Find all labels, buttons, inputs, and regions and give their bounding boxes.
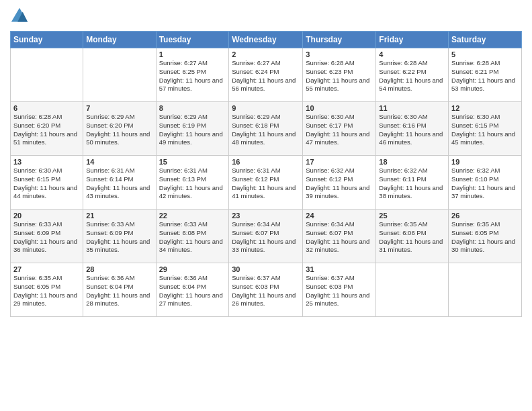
day-number: 10 bbox=[306, 104, 373, 112]
day-number: 29 bbox=[159, 265, 226, 273]
calendar-cell bbox=[83, 48, 156, 102]
day-number: 1 bbox=[159, 50, 226, 58]
day-number: 2 bbox=[232, 50, 300, 58]
page: Sunday Monday Tuesday Wednesday Thursday… bbox=[0, 0, 532, 411]
calendar-week-4: 20Sunrise: 6:33 AMSunset: 6:09 PMDayligh… bbox=[11, 210, 522, 263]
days-of-week-row: Sunday Monday Tuesday Wednesday Thursday… bbox=[11, 32, 522, 48]
calendar-cell: 4Sunrise: 6:28 AMSunset: 6:22 PMDaylight… bbox=[376, 48, 449, 102]
header-sunday: Sunday bbox=[11, 32, 83, 48]
header-saturday: Saturday bbox=[449, 32, 522, 48]
day-info: Sunrise: 6:28 AMSunset: 6:22 PMDaylight:… bbox=[379, 59, 445, 93]
day-info: Sunrise: 6:33 AMSunset: 6:09 PMDaylight:… bbox=[13, 220, 80, 255]
day-number: 13 bbox=[13, 158, 80, 166]
day-number: 9 bbox=[232, 104, 300, 112]
day-info: Sunrise: 6:32 AMSunset: 6:11 PMDaylight:… bbox=[379, 167, 445, 201]
day-number: 23 bbox=[232, 212, 300, 220]
calendar-cell: 13Sunrise: 6:30 AMSunset: 6:15 PMDayligh… bbox=[11, 156, 83, 210]
calendar-cell: 19Sunrise: 6:32 AMSunset: 6:10 PMDayligh… bbox=[449, 156, 522, 210]
day-number: 12 bbox=[451, 104, 519, 112]
day-info: Sunrise: 6:27 AMSunset: 6:24 PMDaylight:… bbox=[232, 59, 300, 93]
calendar-cell: 7Sunrise: 6:29 AMSunset: 6:20 PMDaylight… bbox=[83, 102, 156, 156]
calendar-cell: 18Sunrise: 6:32 AMSunset: 6:11 PMDayligh… bbox=[376, 156, 449, 210]
day-info: Sunrise: 6:37 AMSunset: 6:03 PMDaylight:… bbox=[306, 274, 373, 308]
calendar-cell: 24Sunrise: 6:34 AMSunset: 6:07 PMDayligh… bbox=[303, 210, 376, 263]
calendar-cell: 3Sunrise: 6:28 AMSunset: 6:23 PMDaylight… bbox=[303, 48, 376, 102]
day-number: 6 bbox=[13, 104, 80, 112]
day-number: 16 bbox=[232, 158, 300, 166]
day-number: 17 bbox=[306, 158, 373, 166]
calendar-cell: 30Sunrise: 6:37 AMSunset: 6:03 PMDayligh… bbox=[229, 263, 303, 317]
day-number: 27 bbox=[13, 265, 80, 273]
day-info: Sunrise: 6:28 AMSunset: 6:21 PMDaylight:… bbox=[451, 59, 519, 93]
day-info: Sunrise: 6:33 AMSunset: 6:09 PMDaylight:… bbox=[86, 220, 152, 255]
day-info: Sunrise: 6:30 AMSunset: 6:17 PMDaylight:… bbox=[306, 113, 373, 147]
calendar-week-1: 1Sunrise: 6:27 AMSunset: 6:25 PMDaylight… bbox=[11, 48, 522, 102]
day-info: Sunrise: 6:36 AMSunset: 6:04 PMDaylight:… bbox=[159, 274, 226, 308]
calendar-cell: 22Sunrise: 6:33 AMSunset: 6:08 PMDayligh… bbox=[156, 210, 229, 263]
day-number: 19 bbox=[451, 158, 519, 166]
day-info: Sunrise: 6:29 AMSunset: 6:20 PMDaylight:… bbox=[86, 113, 152, 147]
day-number: 14 bbox=[86, 158, 152, 166]
calendar-cell: 28Sunrise: 6:36 AMSunset: 6:04 PMDayligh… bbox=[83, 263, 156, 317]
day-info: Sunrise: 6:30 AMSunset: 6:16 PMDaylight:… bbox=[379, 113, 445, 147]
day-info: Sunrise: 6:27 AMSunset: 6:25 PMDaylight:… bbox=[159, 59, 226, 93]
day-info: Sunrise: 6:37 AMSunset: 6:03 PMDaylight:… bbox=[232, 274, 300, 308]
calendar-cell: 31Sunrise: 6:37 AMSunset: 6:03 PMDayligh… bbox=[303, 263, 376, 317]
calendar-cell: 11Sunrise: 6:30 AMSunset: 6:16 PMDayligh… bbox=[376, 102, 449, 156]
day-number: 7 bbox=[86, 104, 152, 112]
header-monday: Monday bbox=[83, 32, 156, 48]
calendar-cell: 20Sunrise: 6:33 AMSunset: 6:09 PMDayligh… bbox=[11, 210, 83, 263]
day-number: 30 bbox=[232, 265, 300, 273]
day-info: Sunrise: 6:28 AMSunset: 6:20 PMDaylight:… bbox=[13, 113, 80, 147]
header bbox=[10, 7, 522, 26]
day-number: 28 bbox=[86, 265, 152, 273]
day-info: Sunrise: 6:35 AMSunset: 6:05 PMDaylight:… bbox=[13, 274, 80, 308]
calendar-cell: 8Sunrise: 6:29 AMSunset: 6:19 PMDaylight… bbox=[156, 102, 229, 156]
calendar-body: 1Sunrise: 6:27 AMSunset: 6:25 PMDaylight… bbox=[11, 48, 522, 317]
calendar: Sunday Monday Tuesday Wednesday Thursday… bbox=[10, 31, 522, 317]
day-number: 5 bbox=[451, 50, 519, 58]
day-info: Sunrise: 6:29 AMSunset: 6:18 PMDaylight:… bbox=[232, 113, 300, 147]
day-info: Sunrise: 6:35 AMSunset: 6:06 PMDaylight:… bbox=[379, 220, 445, 255]
header-wednesday: Wednesday bbox=[229, 32, 303, 48]
calendar-cell: 5Sunrise: 6:28 AMSunset: 6:21 PMDaylight… bbox=[449, 48, 522, 102]
calendar-cell: 27Sunrise: 6:35 AMSunset: 6:05 PMDayligh… bbox=[11, 263, 83, 317]
calendar-cell: 29Sunrise: 6:36 AMSunset: 6:04 PMDayligh… bbox=[156, 263, 229, 317]
day-info: Sunrise: 6:33 AMSunset: 6:08 PMDaylight:… bbox=[159, 220, 226, 255]
calendar-cell: 6Sunrise: 6:28 AMSunset: 6:20 PMDaylight… bbox=[11, 102, 83, 156]
calendar-cell bbox=[449, 263, 522, 317]
day-number: 31 bbox=[306, 265, 373, 273]
day-number: 18 bbox=[379, 158, 445, 166]
header-friday: Friday bbox=[376, 32, 449, 48]
calendar-cell: 17Sunrise: 6:32 AMSunset: 6:12 PMDayligh… bbox=[303, 156, 376, 210]
day-number: 22 bbox=[159, 212, 226, 220]
day-info: Sunrise: 6:32 AMSunset: 6:12 PMDaylight:… bbox=[306, 167, 373, 201]
calendar-cell: 23Sunrise: 6:34 AMSunset: 6:07 PMDayligh… bbox=[229, 210, 303, 263]
calendar-cell: 10Sunrise: 6:30 AMSunset: 6:17 PMDayligh… bbox=[303, 102, 376, 156]
day-number: 21 bbox=[86, 212, 152, 220]
day-number: 20 bbox=[13, 212, 80, 220]
day-info: Sunrise: 6:32 AMSunset: 6:10 PMDaylight:… bbox=[451, 167, 519, 201]
calendar-cell bbox=[376, 263, 449, 317]
day-number: 3 bbox=[306, 50, 373, 58]
calendar-cell: 12Sunrise: 6:30 AMSunset: 6:15 PMDayligh… bbox=[449, 102, 522, 156]
calendar-cell: 16Sunrise: 6:31 AMSunset: 6:12 PMDayligh… bbox=[229, 156, 303, 210]
calendar-cell: 1Sunrise: 6:27 AMSunset: 6:25 PMDaylight… bbox=[156, 48, 229, 102]
calendar-week-2: 6Sunrise: 6:28 AMSunset: 6:20 PMDaylight… bbox=[11, 102, 522, 156]
day-info: Sunrise: 6:34 AMSunset: 6:07 PMDaylight:… bbox=[232, 220, 300, 255]
day-info: Sunrise: 6:31 AMSunset: 6:12 PMDaylight:… bbox=[232, 167, 300, 201]
calendar-cell: 2Sunrise: 6:27 AMSunset: 6:24 PMDaylight… bbox=[229, 48, 303, 102]
day-info: Sunrise: 6:31 AMSunset: 6:14 PMDaylight:… bbox=[86, 167, 152, 201]
day-number: 8 bbox=[159, 104, 226, 112]
calendar-week-5: 27Sunrise: 6:35 AMSunset: 6:05 PMDayligh… bbox=[11, 263, 522, 317]
calendar-cell: 25Sunrise: 6:35 AMSunset: 6:06 PMDayligh… bbox=[376, 210, 449, 263]
day-info: Sunrise: 6:29 AMSunset: 6:19 PMDaylight:… bbox=[159, 113, 226, 147]
calendar-cell: 26Sunrise: 6:35 AMSunset: 6:05 PMDayligh… bbox=[449, 210, 522, 263]
day-number: 4 bbox=[379, 50, 445, 58]
day-number: 15 bbox=[159, 158, 226, 166]
day-info: Sunrise: 6:30 AMSunset: 6:15 PMDaylight:… bbox=[13, 167, 80, 201]
logo bbox=[10, 7, 32, 26]
day-info: Sunrise: 6:35 AMSunset: 6:05 PMDaylight:… bbox=[451, 220, 519, 255]
header-thursday: Thursday bbox=[303, 32, 376, 48]
day-info: Sunrise: 6:34 AMSunset: 6:07 PMDaylight:… bbox=[306, 220, 373, 255]
